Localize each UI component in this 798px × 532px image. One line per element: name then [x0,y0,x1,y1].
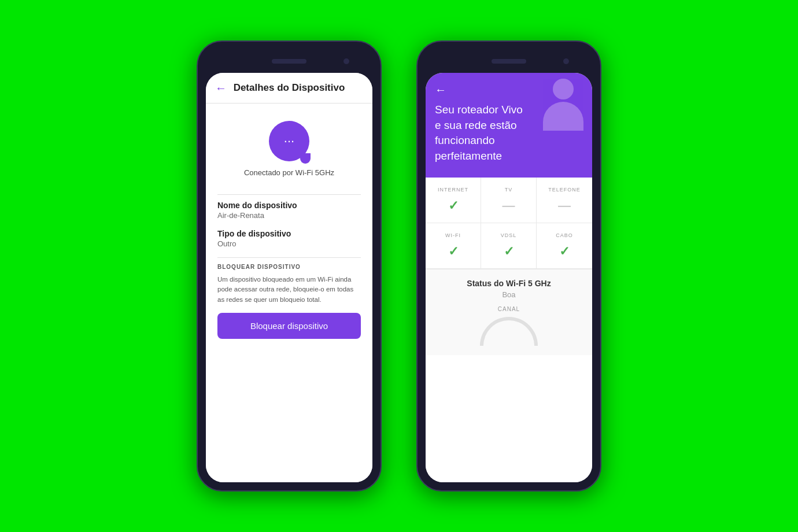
block-device-button[interactable]: Bloquear dispositivo [217,313,361,339]
person-body [543,102,583,131]
status-cell-vdsl: VDSL ✓ [481,223,537,268]
block-description: Um dispositivo bloqueado em um Wi-Fi ain… [217,275,361,305]
wifi-status: ✓ [433,244,474,259]
wifi-status-section: Status do Wi-Fi 5 GHz Boa CANAL [426,269,592,355]
divider-2 [217,257,361,258]
status-cell-tv: TV — [481,178,537,223]
phone-2: ← Seu roteador Vivoe sua rede estãofunci… [416,40,601,492]
status-cell-internet: INTERNET ✓ [426,178,481,223]
tv-status: — [488,198,529,213]
field-value-name: Air-de-Renata [217,211,361,220]
telefone-label: TELEFONE [544,187,585,193]
vdsl-label: VDSL [488,232,529,238]
canal-label: CANAL [435,306,583,312]
person-icon [540,79,586,131]
phone-2-speaker [492,59,526,64]
back-button[interactable]: ← [215,82,227,95]
phone-2-screen: ← Seu roteador Vivoe sua rede estãofunci… [426,73,592,482]
screen2-title: Seu roteador Vivoe sua rede estãofuncion… [435,102,538,164]
semicircle [480,317,538,346]
phone-1-screen: ← Detalhes do Dispositivo ··· Conectado … [206,73,372,482]
cabo-label: CABO [544,232,585,238]
internet-label: INTERNET [433,187,474,193]
block-label: BLOQUEAR DISPOSITIVO [217,264,361,270]
status-row-1: INTERNET ✓ TV — TELEFONE — [426,178,592,223]
screen1-header: ← Detalhes do Dispositivo [206,73,372,104]
status-cell-cabo: CABO ✓ [537,223,592,268]
telefone-status: — [544,198,585,213]
page-title: Detalhes do Dispositivo [234,82,345,94]
field-device-type: Tipo de dispositivo Outro [217,229,361,248]
status-row-2: WI-FI ✓ VDSL ✓ CABO ✓ [426,223,592,269]
wifi-status-value: Boa [435,290,583,299]
screen1-body: ··· Conectado por Wi-Fi 5GHz Nome do dis… [206,104,372,482]
wifi-status-title: Status do Wi-Fi 5 GHz [435,279,583,288]
status-cell-wifi: WI-FI ✓ [426,223,481,268]
phone-1-camera [343,58,349,64]
screen2-body: INTERNET ✓ TV — TELEFONE — WI-FI ✓ [426,178,592,482]
tv-label: TV [488,187,529,193]
phone-2-top-bar [426,50,592,73]
person-head [553,79,574,99]
wifi-label: WI-FI [433,232,474,238]
status-cell-telefone: TELEFONE — [537,178,592,223]
cabo-status: ✓ [544,244,585,259]
phone-1: ← Detalhes do Dispositivo ··· Conectado … [197,40,382,492]
device-icon: ··· [269,121,309,161]
divider-1 [217,194,361,195]
field-label-type: Tipo de dispositivo [217,229,361,238]
device-icon-dots: ··· [284,134,294,149]
internet-status: ✓ [433,198,474,213]
field-device-name: Nome do dispositivo Air-de-Renata [217,201,361,220]
field-value-type: Outro [217,239,361,248]
phone-1-speaker [272,59,306,64]
device-icon-area: ··· Conectado por Wi-Fi 5GHz [217,115,361,183]
phone-1-top-bar [206,50,372,73]
screen2-header: ← Seu roteador Vivoe sua rede estãofunci… [426,73,592,178]
canal-gauge [435,317,583,346]
connected-label: Conectado por Wi-Fi 5GHz [244,168,334,177]
phone-2-camera [563,58,569,64]
vdsl-status: ✓ [488,244,529,259]
field-label-name: Nome do dispositivo [217,201,361,210]
